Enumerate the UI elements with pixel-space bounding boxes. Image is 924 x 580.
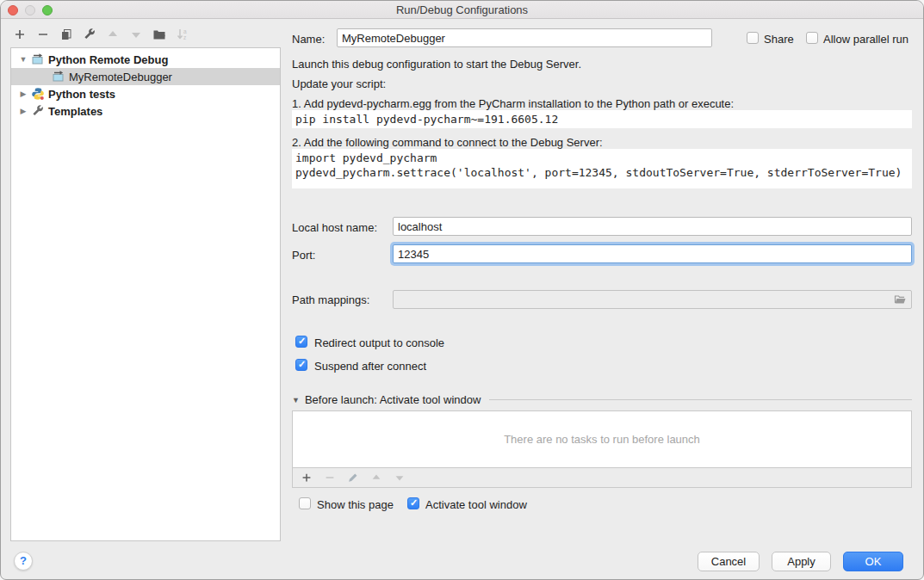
before-launch-title: Before launch: Activate tool window xyxy=(305,393,481,406)
remote-debug-config-icon xyxy=(31,52,45,66)
chevron-right-icon[interactable]: ▶ xyxy=(19,89,28,98)
name-input[interactable] xyxy=(337,28,712,47)
svg-text:a: a xyxy=(183,28,187,34)
tree-item-label: MyRemoteDebugger xyxy=(69,71,172,83)
add-icon[interactable] xyxy=(301,472,313,484)
move-up-icon xyxy=(106,28,120,41)
add-icon[interactable] xyxy=(13,28,27,41)
remove-icon xyxy=(324,472,336,484)
tree-item-templates[interactable]: ▶ Templates xyxy=(11,102,280,120)
before-launch-header[interactable]: ▼ Before launch: Activate tool window xyxy=(292,393,912,406)
tree-item-label: Python Remote Debug xyxy=(48,53,168,66)
templates-wrench-icon xyxy=(31,104,45,118)
path-mappings-label: Path mappings: xyxy=(292,293,369,306)
path-mappings-field[interactable] xyxy=(393,290,912,309)
svg-text:z: z xyxy=(183,34,186,40)
move-down-icon xyxy=(129,28,143,41)
remove-icon[interactable] xyxy=(36,28,50,41)
python-tests-icon xyxy=(31,87,45,101)
new-folder-icon[interactable] xyxy=(152,28,166,41)
divider xyxy=(489,399,912,400)
tree-item-my-remote-debugger[interactable]: MyRemoteDebugger xyxy=(11,68,280,85)
configurations-toolbar: az xyxy=(13,28,189,41)
tree-item-label: Python tests xyxy=(48,88,115,101)
collapse-triangle-icon[interactable]: ▼ xyxy=(292,396,300,404)
port-input[interactable] xyxy=(393,244,912,263)
title-bar: Run/Debug Configurations xyxy=(1,1,923,19)
remote-debug-config-icon xyxy=(52,70,65,83)
redirect-output-label[interactable]: Redirect output to console xyxy=(314,336,444,349)
instruction-line-1: Launch this debug configuration to start… xyxy=(292,58,581,71)
share-checkbox-label[interactable]: Share xyxy=(764,33,794,46)
sort-alphabetically-icon: az xyxy=(176,28,189,41)
instruction-line-3: 1. Add pydevd-pycharm.egg from the PyCha… xyxy=(292,97,734,110)
settrace-code-snippet: import pydevd_pycharm pydevd_pycharm.set… xyxy=(292,149,912,188)
show-this-page-label[interactable]: Show this page xyxy=(317,498,394,511)
browse-folder-icon[interactable] xyxy=(893,293,908,306)
pip-install-command: pip install pydevd-pycharm~=191.6605.12 xyxy=(292,110,912,128)
no-tasks-message: There are no tasks to run before launch xyxy=(293,411,911,467)
local-host-name-label: Local host name: xyxy=(292,221,377,234)
cancel-button[interactable]: Cancel xyxy=(698,552,760,571)
allow-parallel-run-label[interactable]: Allow parallel run xyxy=(823,33,908,46)
help-button[interactable]: ? xyxy=(14,552,33,571)
move-up-icon xyxy=(370,472,382,484)
redirect-output-checkbox[interactable] xyxy=(295,336,307,348)
activate-tool-window-label[interactable]: Activate tool window xyxy=(425,498,527,511)
chevron-right-icon[interactable]: ▶ xyxy=(19,107,28,115)
edit-pencil-icon xyxy=(347,472,359,484)
run-debug-configurations-dialog: Run/Debug Configurations az ▼ Python Rem xyxy=(0,0,924,580)
move-down-icon xyxy=(394,472,406,484)
apply-button[interactable]: Apply xyxy=(772,552,831,571)
before-launch-tasks-panel: There are no tasks to run before launch xyxy=(292,410,912,488)
activate-tool-window-checkbox[interactable] xyxy=(407,497,419,509)
ok-button[interactable]: OK xyxy=(843,552,903,571)
local-host-name-input[interactable] xyxy=(393,217,912,236)
port-label: Port: xyxy=(292,249,315,262)
allow-parallel-run-checkbox[interactable] xyxy=(806,32,818,44)
show-this-page-checkbox[interactable] xyxy=(299,497,311,509)
copy-icon[interactable] xyxy=(59,28,73,41)
configurations-tree: ▼ Python Remote Debug MyRemoteDebugger ▶… xyxy=(10,47,281,541)
instruction-line-2: Update your script: xyxy=(292,77,386,90)
tree-item-label: Templates xyxy=(48,105,102,118)
window-title: Run/Debug Configurations xyxy=(1,3,923,16)
edit-defaults-wrench-icon[interactable] xyxy=(83,28,96,41)
tree-item-python-tests[interactable]: ▶ Python tests xyxy=(11,85,280,102)
instruction-step-2: 2. Add the following command to connect … xyxy=(292,136,603,149)
suspend-after-connect-checkbox[interactable] xyxy=(295,359,307,371)
tree-item-python-remote-debug[interactable]: ▼ Python Remote Debug xyxy=(11,51,280,68)
suspend-after-connect-label[interactable]: Suspend after connect xyxy=(314,360,426,373)
tasks-toolbar xyxy=(293,467,911,487)
share-checkbox[interactable] xyxy=(747,32,759,44)
chevron-down-icon[interactable]: ▼ xyxy=(19,55,28,64)
name-label: Name: xyxy=(292,33,325,46)
